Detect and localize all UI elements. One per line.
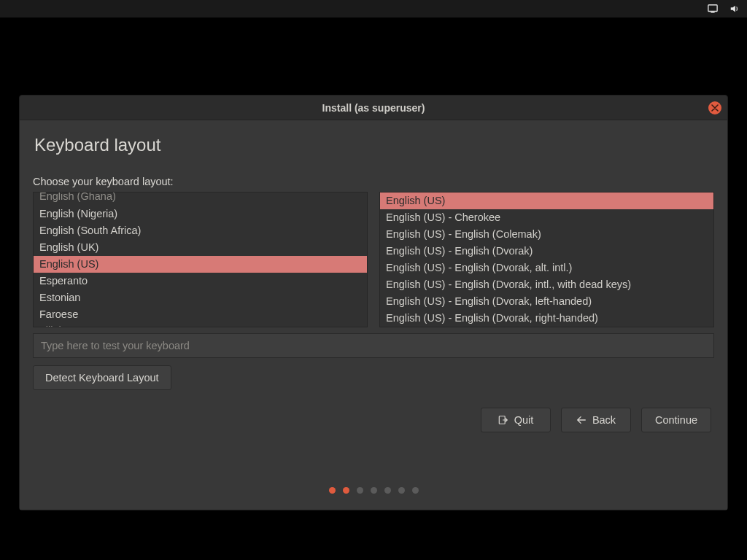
list-item-partial[interactable]: English (Ghana): [34, 192, 367, 206]
list-item[interactable]: English (Nigeria): [34, 206, 367, 222]
back-button[interactable]: Back: [561, 408, 631, 432]
window-titlebar: Install (as superuser): [20, 96, 727, 120]
list-item[interactable]: Esperanto: [34, 273, 367, 289]
close-icon: [711, 104, 719, 112]
detect-row: Detect Keyboard Layout: [33, 365, 714, 390]
keyboard-test-row: [33, 333, 714, 358]
arrow-left-icon: [576, 415, 587, 425]
progress-dot: [343, 487, 349, 494]
list-item[interactable]: English (US) - English (Dvorak, right-ha…: [380, 310, 713, 327]
installer-window: Install (as superuser) Keyboard layout C…: [19, 95, 728, 510]
nav-buttons: Quit Back Continue: [33, 408, 714, 432]
back-label: Back: [592, 414, 616, 426]
list-item[interactable]: English (US) - English (Dvorak, intl., w…: [380, 276, 713, 293]
continue-button[interactable]: Continue: [641, 408, 711, 432]
layout-variant-list[interactable]: English (US)English (US) - CherokeeEngli…: [379, 192, 714, 327]
volume-icon[interactable]: [729, 4, 740, 14]
quit-button[interactable]: Quit: [481, 408, 551, 432]
list-item[interactable]: English (South Africa): [34, 222, 367, 239]
continue-label: Continue: [655, 414, 697, 426]
list-item[interactable]: English (US): [34, 256, 367, 273]
layout-language-list[interactable]: English (Ghana)English (Nigeria)English …: [33, 192, 368, 327]
svg-rect-0: [708, 5, 717, 12]
list-item[interactable]: Estonian: [34, 289, 367, 306]
page-heading: Keyboard layout: [34, 135, 714, 155]
window-close-button[interactable]: [708, 101, 721, 114]
list-item-partial[interactable]: Filipino: [34, 323, 367, 327]
quit-icon: [498, 415, 508, 425]
progress-dot: [371, 487, 377, 494]
svg-rect-1: [711, 12, 714, 12]
window-title: Install (as superuser): [322, 102, 425, 114]
detect-keyboard-label: Detect Keyboard Layout: [45, 372, 159, 384]
list-item[interactable]: Faroese: [34, 306, 367, 323]
keyboard-test-input[interactable]: [33, 333, 714, 358]
progress-dots: [33, 470, 714, 510]
window-content: Keyboard layout Choose your keyboard lay…: [20, 120, 727, 510]
list-item[interactable]: English (US): [380, 192, 713, 209]
quit-label: Quit: [514, 414, 534, 426]
progress-dot: [384, 487, 391, 494]
detect-keyboard-button[interactable]: Detect Keyboard Layout: [33, 365, 171, 390]
list-item[interactable]: English (UK): [34, 239, 367, 256]
progress-dot: [357, 487, 363, 494]
list-item[interactable]: English (US) - Cherokee: [380, 209, 713, 226]
display-icon[interactable]: [708, 4, 718, 14]
list-item[interactable]: English (US) - English (Colemak): [380, 226, 713, 243]
list-item[interactable]: English (US) - English (Dvorak): [380, 243, 713, 260]
progress-dot: [329, 487, 336, 494]
progress-dot: [398, 487, 405, 494]
top-panel: [0, 0, 747, 18]
list-item[interactable]: English (US) - English (Dvorak, alt. int…: [380, 260, 713, 276]
layout-lists: English (Ghana)English (Nigeria)English …: [33, 192, 714, 327]
progress-dot: [412, 487, 419, 494]
choose-layout-label: Choose your keyboard layout:: [33, 176, 714, 187]
list-item[interactable]: English (US) - English (Dvorak, left-han…: [380, 293, 713, 310]
